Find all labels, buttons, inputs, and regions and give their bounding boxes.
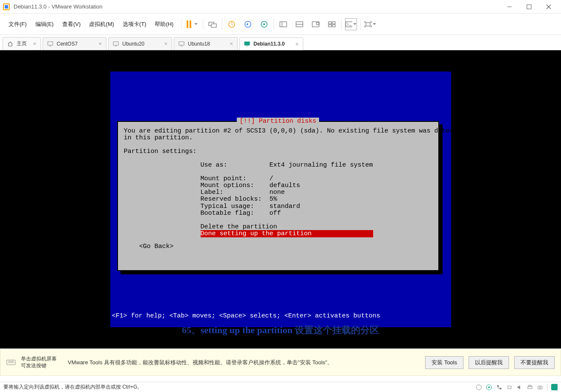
monitor-icon xyxy=(113,41,119,47)
status-text: 要将输入定向到该虚拟机，请在虚拟机内部单击或按 Ctrl+G。 xyxy=(3,383,475,391)
home-icon xyxy=(7,41,13,47)
tab-home[interactable]: 主页 × xyxy=(3,37,41,50)
tab-ubuntu18[interactable]: Ubuntu18 × xyxy=(174,37,238,50)
menu-view[interactable]: 查看(V) xyxy=(58,18,85,31)
partition-dialog: [!!] Partition disks You are editing par… xyxy=(117,121,439,271)
tab-label: CentOS7 xyxy=(57,41,95,47)
vm-display-area[interactable]: [!!] Partition disks You are editing par… xyxy=(0,50,561,349)
separator xyxy=(273,19,274,30)
tab-debian11[interactable]: Debian11.3.0 × xyxy=(239,37,303,50)
svg-rect-22 xyxy=(346,22,352,27)
svg-point-38 xyxy=(488,386,490,388)
minimize-button[interactable] xyxy=(500,0,519,13)
separator xyxy=(203,19,203,30)
sound-icon[interactable] xyxy=(516,384,523,390)
svg-rect-19 xyxy=(332,22,335,24)
snapshot-manage-button[interactable] xyxy=(258,18,270,30)
tab-label: 主页 xyxy=(17,40,29,47)
svg-rect-18 xyxy=(328,22,331,24)
svg-rect-12 xyxy=(280,22,287,27)
never-remind-button[interactable]: 不要提醒我 xyxy=(514,356,555,369)
send-keys-button[interactable] xyxy=(207,18,219,30)
view-dual-button[interactable] xyxy=(293,18,305,30)
monitor-icon xyxy=(178,41,184,47)
status-bar: 要将输入定向到该虚拟机，请在虚拟机内部单击或按 Ctrl+G。 xyxy=(0,382,561,392)
caption-65: 65、setting up the partition 设置这个挂载的分区 xyxy=(110,324,451,337)
info-msg2: VMware Tools 具有很多功能，能改善鼠标移动性、视频和性能。请登录客户… xyxy=(68,359,420,366)
maximize-button[interactable] xyxy=(519,0,539,13)
view-grid-button[interactable] xyxy=(310,18,322,30)
separator xyxy=(222,19,222,30)
disk-icon[interactable] xyxy=(475,384,482,390)
svg-rect-3 xyxy=(527,5,531,9)
install-tools-button[interactable]: 安装 Tools xyxy=(425,356,463,369)
close-icon[interactable]: × xyxy=(164,40,167,47)
dropdown-icon xyxy=(194,23,198,25)
partition-menu-item[interactable]: Delete the partition xyxy=(201,223,277,231)
console-button[interactable] xyxy=(345,18,357,30)
menu-vm[interactable]: 虚拟机(M) xyxy=(85,18,118,31)
cd-icon[interactable] xyxy=(486,384,492,390)
window-title: Debian11.3.0 - VMware Workstation xyxy=(14,3,500,10)
info-bar: 单击虚拟机屏幕 可发送按键 VMware Tools 具有很多功能，能改善鼠标移… xyxy=(0,349,561,376)
monitor-icon xyxy=(47,41,53,47)
keyboard-icon xyxy=(6,359,16,366)
tab-label: Ubuntu20 xyxy=(122,41,161,47)
titlebar: Debian11.3.0 - VMware Workstation xyxy=(0,0,561,14)
svg-rect-20 xyxy=(328,25,331,27)
svg-rect-31 xyxy=(245,42,250,45)
info-msg1-line1: 单击虚拟机屏幕 xyxy=(21,356,57,363)
dialog-title: [!!] Partition disks xyxy=(237,118,319,125)
snapshot-revert-button[interactable] xyxy=(242,18,254,30)
fullscreen-button[interactable] xyxy=(364,18,376,30)
menu-edit[interactable]: 编辑(E) xyxy=(31,18,58,31)
camera-icon[interactable] xyxy=(537,384,543,390)
menu-tabs[interactable]: 选项卡(T) xyxy=(118,18,151,31)
installer-console: [!!] Partition disks You are editing par… xyxy=(110,72,451,327)
window-controls xyxy=(500,0,558,13)
svg-rect-25 xyxy=(48,42,53,45)
svg-rect-43 xyxy=(529,385,531,386)
snapshot-take-button[interactable] xyxy=(226,18,238,30)
toolbar-snapshot xyxy=(226,18,270,30)
separator xyxy=(547,384,547,391)
info-msg1-line2: 可发送按键 xyxy=(21,363,57,369)
partition-menu-item[interactable]: Done setting up the partition xyxy=(201,230,373,237)
vmtools-icon[interactable] xyxy=(551,384,558,390)
tab-centos7[interactable]: CentOS7 × xyxy=(43,37,106,50)
menubar: 文件(F) 编辑(E) 查看(V) 虚拟机(M) 选项卡(T) 帮助(H) xyxy=(0,14,561,35)
svg-point-36 xyxy=(476,385,481,390)
close-icon[interactable]: × xyxy=(98,40,102,47)
network-icon[interactable] xyxy=(496,384,502,390)
svg-rect-39 xyxy=(497,385,499,387)
go-back-button[interactable]: <Go Back> xyxy=(124,243,174,250)
tab-label: Ubuntu18 xyxy=(188,41,226,47)
printer-icon[interactable] xyxy=(526,384,533,390)
svg-rect-41 xyxy=(508,386,511,389)
dropdown-icon xyxy=(353,23,357,25)
close-icon[interactable]: × xyxy=(33,40,36,47)
close-button[interactable] xyxy=(539,0,558,13)
separator xyxy=(360,19,361,30)
svg-rect-17 xyxy=(316,23,319,25)
svg-rect-21 xyxy=(332,25,335,27)
pause-icon xyxy=(187,20,191,28)
view-single-button[interactable] xyxy=(277,18,289,30)
separator xyxy=(181,19,181,30)
close-icon[interactable]: × xyxy=(295,41,299,47)
svg-rect-29 xyxy=(179,42,184,45)
menu-help[interactable]: 帮助(H) xyxy=(150,18,178,31)
close-icon[interactable]: × xyxy=(230,40,233,47)
caption-en: setting up the partition xyxy=(201,325,293,335)
usb-icon[interactable] xyxy=(506,384,512,390)
view-thumb-button[interactable] xyxy=(326,18,338,30)
toolbar-power xyxy=(185,20,199,29)
menu-file[interactable]: 文件(F) xyxy=(4,18,31,31)
tab-label: Debian11.3.0 xyxy=(253,41,292,47)
status-icons xyxy=(475,384,558,391)
dialog-body: You are editing partition #2 of SCSI3 (0… xyxy=(124,128,432,250)
separator xyxy=(341,19,342,30)
tab-ubuntu20[interactable]: Ubuntu20 × xyxy=(108,37,172,50)
remind-later-button[interactable]: 以后提醒我 xyxy=(469,356,509,369)
pause-button[interactable] xyxy=(185,20,199,29)
